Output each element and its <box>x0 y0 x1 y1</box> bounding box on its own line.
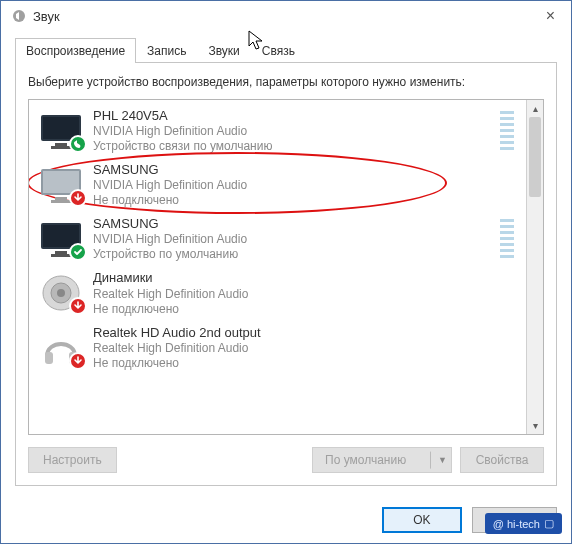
app-icon <box>11 8 27 24</box>
scroll-down-button[interactable]: ▾ <box>527 417 543 434</box>
device-name: Realtek HD Audio 2nd output <box>93 325 518 341</box>
device-status: Не подключено <box>93 356 518 371</box>
tab-recording[interactable]: Запись <box>136 38 197 63</box>
device-name: Динамики <box>93 270 518 286</box>
unplugged-badge-icon <box>69 189 87 207</box>
device-name: SAMSUNG <box>93 216 492 232</box>
scroll-thumb[interactable] <box>529 117 541 197</box>
monitor-icon <box>37 219 85 259</box>
device-list[interactable]: PHL 240V5A NVIDIA High Definition Audio … <box>29 100 526 434</box>
playback-pane: Выберите устройство воспроизведения, пар… <box>15 63 557 486</box>
properties-button[interactable]: Свойства <box>460 447 544 473</box>
svg-rect-7 <box>55 197 67 200</box>
tab-sounds[interactable]: Звуки <box>197 38 250 63</box>
headphones-icon <box>37 328 85 368</box>
sound-dialog: Звук × Воспроизведение Запись Звуки Связ… <box>0 0 572 544</box>
device-status: Не подключено <box>93 302 518 317</box>
window-title: Звук <box>33 9 60 24</box>
device-status: Устройство связи по умолчанию <box>93 139 492 154</box>
monitor-icon <box>37 111 85 151</box>
set-default-button[interactable]: По умолчанию ▼ <box>312 447 452 473</box>
titlebar: Звук × <box>1 1 571 31</box>
watermark-badge: @ hi-tech ▢ <box>485 513 562 534</box>
svg-rect-4 <box>51 146 71 149</box>
speaker-icon <box>37 273 85 313</box>
device-driver: Realtek High Definition Audio <box>93 341 518 356</box>
scrollbar[interactable]: ▴ ▾ <box>526 100 543 434</box>
default-comm-badge-icon <box>69 135 87 153</box>
device-list-container: PHL 240V5A NVIDIA High Definition Audio … <box>28 99 544 435</box>
device-driver: NVIDIA High Definition Audio <box>93 124 492 139</box>
device-driver: NVIDIA High Definition Audio <box>93 232 492 247</box>
device-name: SAMSUNG <box>93 162 518 178</box>
unplugged-badge-icon <box>69 352 87 370</box>
tab-playback[interactable]: Воспроизведение <box>15 38 136 63</box>
svg-rect-16 <box>45 352 53 364</box>
tab-communications[interactable]: Связь <box>251 38 306 63</box>
chevron-down-icon: ▼ <box>438 455 447 465</box>
scroll-up-button[interactable]: ▴ <box>527 100 543 117</box>
level-meter <box>500 219 514 259</box>
set-default-label: По умолчанию <box>325 453 406 467</box>
device-status: Устройство по умолчанию <box>93 247 492 262</box>
tabs: Воспроизведение Запись Звуки Связь <box>15 37 557 63</box>
device-status: Не подключено <box>93 193 518 208</box>
configure-button[interactable]: Настроить <box>28 447 117 473</box>
ok-button[interactable]: OK <box>382 507 462 533</box>
device-row[interactable]: SAMSUNG NVIDIA High Definition Audio Не … <box>31 158 524 212</box>
device-name: PHL 240V5A <box>93 108 492 124</box>
svg-rect-8 <box>51 200 71 203</box>
device-row[interactable]: SAMSUNG NVIDIA High Definition Audio Уст… <box>31 212 524 266</box>
close-button[interactable]: × <box>540 7 561 25</box>
device-row[interactable]: PHL 240V5A NVIDIA High Definition Audio … <box>31 104 524 158</box>
svg-point-15 <box>57 289 65 297</box>
svg-rect-12 <box>51 254 71 257</box>
level-meter <box>500 111 514 151</box>
device-row[interactable]: Realtek HD Audio 2nd output Realtek High… <box>31 321 524 375</box>
instruction-text: Выберите устройство воспроизведения, пар… <box>28 75 544 91</box>
svg-rect-11 <box>55 251 67 254</box>
device-driver: Realtek High Definition Audio <box>93 287 518 302</box>
scroll-track[interactable] <box>527 117 543 417</box>
device-row[interactable]: Динамики Realtek High Definition Audio Н… <box>31 266 524 320</box>
svg-rect-3 <box>55 143 67 146</box>
watermark-text: @ hi-tech <box>493 518 540 530</box>
device-driver: NVIDIA High Definition Audio <box>93 178 518 193</box>
monitor-icon <box>37 165 85 205</box>
watermark-icon: ▢ <box>544 517 554 530</box>
